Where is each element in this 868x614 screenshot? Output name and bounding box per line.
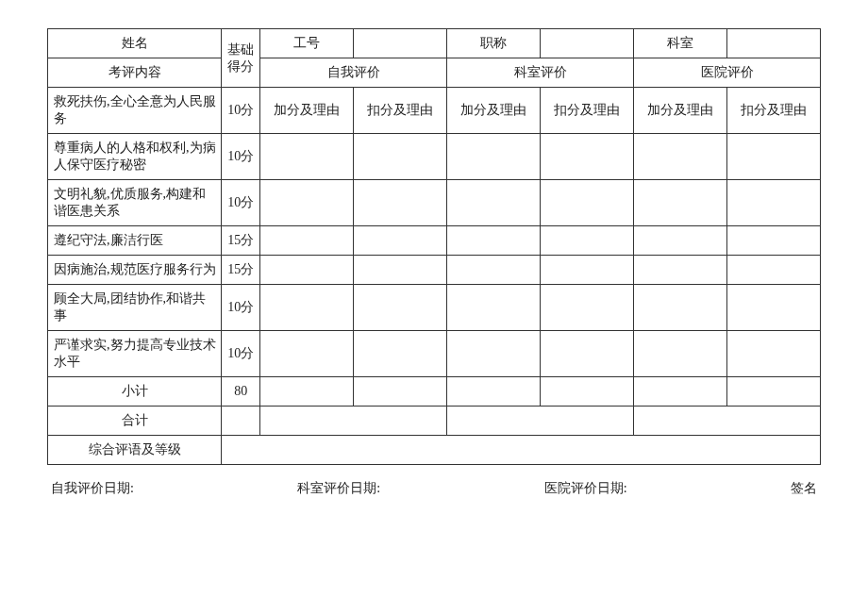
subtotal-row: 小计 80 bbox=[48, 377, 821, 407]
cell bbox=[260, 134, 354, 180]
overall-row: 综合评语及等级 bbox=[48, 436, 821, 465]
base-score-label: 基础得分 bbox=[222, 29, 260, 88]
item-label: 严谨求实,努力提高专业技术水平 bbox=[48, 331, 222, 377]
cell bbox=[260, 256, 354, 285]
cell bbox=[541, 331, 634, 377]
emp-id-value bbox=[354, 29, 447, 58]
item-score: 15分 bbox=[222, 256, 260, 285]
item-row: 尊重病人的人格和权利,为病人保守医疗秘密 10分 bbox=[48, 134, 821, 180]
hosp-sub-header: 扣分及理由 bbox=[727, 88, 821, 134]
cell bbox=[354, 331, 447, 377]
cell bbox=[634, 134, 727, 180]
cell bbox=[447, 180, 541, 226]
cell bbox=[634, 377, 727, 407]
dept-value bbox=[727, 29, 821, 58]
cell bbox=[541, 134, 634, 180]
item-label: 顾全大局,团结协作,和谐共事 bbox=[48, 285, 222, 331]
self-add-header: 加分及理由 bbox=[260, 88, 354, 134]
overall-label: 综合评语及等级 bbox=[48, 436, 222, 465]
evaluation-table: 姓名 基础得分 工号 职称 科室 考评内容 自我评价 科室评价 医院评价 救死扶… bbox=[47, 28, 821, 465]
dept-label: 科室 bbox=[634, 29, 727, 58]
item-score: 10分 bbox=[222, 180, 260, 226]
cell bbox=[354, 256, 447, 285]
cell bbox=[727, 256, 821, 285]
self-date-label: 自我评价日期: bbox=[51, 480, 134, 497]
item-row: 救死扶伤,全心全意为人民服务 10分 加分及理由 扣分及理由 加分及理由 扣分及… bbox=[48, 88, 821, 134]
cell bbox=[447, 407, 634, 436]
cell bbox=[354, 377, 447, 407]
hosp-add-header: 加分及理由 bbox=[634, 88, 727, 134]
cell bbox=[727, 180, 821, 226]
emp-id-label: 工号 bbox=[260, 29, 354, 58]
self-eval-label: 自我评价 bbox=[260, 58, 447, 88]
content-label: 考评内容 bbox=[48, 58, 222, 88]
item-row: 严谨求实,努力提高专业技术水平 10分 bbox=[48, 331, 821, 377]
cell bbox=[447, 134, 541, 180]
cell bbox=[727, 377, 821, 407]
cell bbox=[354, 180, 447, 226]
cell bbox=[634, 226, 727, 256]
item-label: 文明礼貌,优质服务,构建和谐医患关系 bbox=[48, 180, 222, 226]
overall-value bbox=[222, 436, 821, 465]
cell bbox=[634, 256, 727, 285]
cell bbox=[260, 180, 354, 226]
item-row: 文明礼貌,优质服务,构建和谐医患关系 10分 bbox=[48, 180, 821, 226]
item-label: 遵纪守法,廉洁行医 bbox=[48, 226, 222, 256]
hosp-date-label: 医院评价日期: bbox=[544, 480, 627, 497]
cell bbox=[447, 285, 541, 331]
title-value bbox=[541, 29, 634, 58]
cell bbox=[634, 407, 821, 436]
cell bbox=[541, 377, 634, 407]
cell bbox=[634, 180, 727, 226]
cell bbox=[447, 377, 541, 407]
cell bbox=[727, 331, 821, 377]
cell bbox=[447, 226, 541, 256]
cell bbox=[260, 377, 354, 407]
subtotal-score: 80 bbox=[222, 377, 260, 407]
cell bbox=[541, 256, 634, 285]
item-score: 10分 bbox=[222, 88, 260, 134]
cell bbox=[634, 331, 727, 377]
title-label: 职称 bbox=[447, 29, 541, 58]
item-score: 15分 bbox=[222, 226, 260, 256]
cell bbox=[260, 331, 354, 377]
item-score: 10分 bbox=[222, 134, 260, 180]
cell bbox=[222, 407, 260, 436]
item-label: 救死扶伤,全心全意为人民服务 bbox=[48, 88, 222, 134]
dept-sub-header: 扣分及理由 bbox=[541, 88, 634, 134]
dept-add-header: 加分及理由 bbox=[447, 88, 541, 134]
item-row: 因病施治,规范医疗服务行为 15分 bbox=[48, 256, 821, 285]
item-score: 10分 bbox=[222, 331, 260, 377]
item-row: 顾全大局,团结协作,和谐共事 10分 bbox=[48, 285, 821, 331]
name-label: 姓名 bbox=[48, 29, 222, 58]
subtotal-label: 小计 bbox=[48, 377, 222, 407]
cell bbox=[354, 285, 447, 331]
cell bbox=[260, 226, 354, 256]
item-score: 10分 bbox=[222, 285, 260, 331]
cell bbox=[260, 407, 447, 436]
header-row-2: 考评内容 自我评价 科室评价 医院评价 bbox=[48, 58, 821, 88]
item-label: 尊重病人的人格和权利,为病人保守医疗秘密 bbox=[48, 134, 222, 180]
cell bbox=[260, 285, 354, 331]
footer-row: 自我评价日期: 科室评价日期: 医院评价日期: 签名 bbox=[47, 480, 821, 497]
total-row: 合计 bbox=[48, 407, 821, 436]
cell bbox=[447, 256, 541, 285]
cell bbox=[541, 180, 634, 226]
cell bbox=[541, 226, 634, 256]
dept-date-label: 科室评价日期: bbox=[297, 480, 380, 497]
cell bbox=[354, 226, 447, 256]
cell bbox=[727, 226, 821, 256]
cell bbox=[447, 331, 541, 377]
cell bbox=[727, 134, 821, 180]
item-row: 遵纪守法,廉洁行医 15分 bbox=[48, 226, 821, 256]
hosp-eval-label: 医院评价 bbox=[634, 58, 821, 88]
cell bbox=[634, 285, 727, 331]
sign-label: 签名 bbox=[791, 480, 817, 497]
cell bbox=[541, 285, 634, 331]
cell bbox=[354, 134, 447, 180]
dept-eval-label: 科室评价 bbox=[447, 58, 634, 88]
item-label: 因病施治,规范医疗服务行为 bbox=[48, 256, 222, 285]
header-row-1: 姓名 基础得分 工号 职称 科室 bbox=[48, 29, 821, 58]
cell bbox=[727, 285, 821, 331]
total-label: 合计 bbox=[48, 407, 222, 436]
